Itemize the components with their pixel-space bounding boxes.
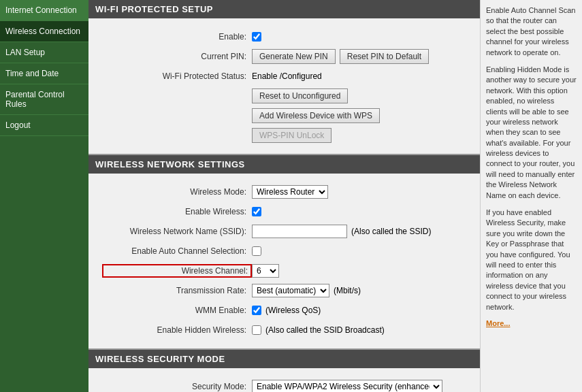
- auto-channel-row: Enable Auto Channel Selection:: [102, 243, 466, 259]
- enable-wireless-checkbox[interactable]: [252, 207, 261, 216]
- tx-rate-note: (Mbit/s): [334, 286, 361, 295]
- sidebar-item-wireless-connection[interactable]: Wireless Connection: [0, 21, 88, 42]
- generate-pin-button[interactable]: Generate New PIN: [252, 49, 336, 64]
- wireless-network-section: WIRELESS NETWORK SETTINGS Wireless Mode:…: [88, 155, 480, 350]
- wps-pin-row: WPS-PIN UnLock: [102, 127, 466, 144]
- channel-row: Wireless Channel: 12345 67891011: [102, 263, 466, 279]
- ssid-note: (Also called the SSID): [351, 227, 431, 236]
- tx-rate-select[interactable]: Best (automatic) 125.511 691218 24364854: [252, 284, 329, 297]
- enable-row: Enable:: [102, 29, 466, 45]
- reset-pin-button[interactable]: Reset PIN to Default: [340, 49, 429, 64]
- main-content: WI-FI PROTECTED SETUP Enable: Current PI…: [88, 0, 480, 392]
- sidebar-item-parental-control-rules[interactable]: Parental Control Rules: [0, 84, 88, 115]
- sidebar-item-internet-connection[interactable]: Internet Connection: [0, 0, 88, 21]
- reset-unconfigured-row: Reset to Unconfigured: [102, 88, 466, 104]
- wmm-checkbox[interactable]: [252, 306, 261, 315]
- wireless-network-body: Wireless Mode: Wireless Router Access Po…: [88, 174, 480, 350]
- hidden-wireless-row: Enable Hidden Wireless: (Also called the…: [102, 322, 466, 338]
- hidden-wireless-checkbox[interactable]: [252, 325, 261, 335]
- sidebar: Internet Connection Wireless Connection …: [0, 0, 88, 392]
- enable-checkbox[interactable]: [252, 32, 261, 42]
- security-mode-label: Security Mode:: [102, 382, 252, 391]
- more-link[interactable]: More...: [486, 319, 510, 327]
- auto-channel-label: Enable Auto Channel Selection:: [102, 246, 252, 256]
- right-panel-text1: Enable Auto Channel Scan so that the rou…: [486, 5, 577, 58]
- hidden-wireless-label: Enable Hidden Wireless:: [102, 325, 252, 335]
- add-wireless-device-button[interactable]: Add Wireless Device with WPS: [252, 108, 380, 123]
- current-pin-label: Current PIN:: [102, 52, 252, 61]
- ssid-input[interactable]: [252, 225, 347, 238]
- enable-wireless-row: Enable Wireless:: [102, 203, 466, 220]
- security-mode-row: Security Mode: None Enable WEP Wireless …: [102, 378, 466, 392]
- enable-wireless-label: Enable Wireless:: [102, 207, 252, 216]
- wireless-mode-select[interactable]: Wireless Router Access Point Repeater: [252, 185, 328, 199]
- channel-select[interactable]: 12345 67891011: [252, 264, 279, 278]
- wireless-security-body: Security Mode: None Enable WEP Wireless …: [88, 368, 480, 392]
- wireless-mode-label: Wireless Mode:: [102, 187, 252, 197]
- security-mode-select[interactable]: None Enable WEP Wireless Security (basic…: [252, 380, 442, 392]
- ssid-row: Wireless Network Name (SSID): (Also call…: [102, 223, 466, 240]
- add-device-row: Add Wireless Device with WPS: [102, 108, 466, 124]
- wireless-network-header: WIRELESS NETWORK SETTINGS: [88, 155, 480, 174]
- wifi-protected-body: Enable: Current PIN: Generate New PIN Re…: [88, 18, 480, 155]
- enable-label: Enable:: [102, 32, 252, 42]
- right-panel-text3: If you have enabled Wireless Security, m…: [486, 208, 577, 312]
- right-panel-text2: Enabling Hidden Mode is another way to s…: [486, 65, 577, 201]
- hidden-wireless-note: (Also called the SSID Broadcast): [265, 325, 385, 335]
- sidebar-item-time-and-date[interactable]: Time and Date: [0, 63, 88, 84]
- right-panel: Enable Auto Channel Scan so that the rou…: [480, 0, 582, 392]
- wireless-mode-row: Wireless Mode: Wireless Router Access Po…: [102, 184, 466, 200]
- channel-label: Wireless Channel:: [102, 264, 252, 278]
- wps-status-label: Wi-Fi Protected Status:: [102, 71, 252, 81]
- wmm-label: WMM Enable:: [102, 306, 252, 315]
- wmm-row: WMM Enable: (Wireless QoS): [102, 302, 466, 318]
- wireless-security-header: WIRELESS SECURITY MODE: [88, 350, 480, 368]
- sidebar-item-logout[interactable]: Logout: [0, 115, 88, 136]
- wmm-note: (Wireless QoS): [265, 306, 321, 315]
- reset-unconfigured-button[interactable]: Reset to Unconfigured: [252, 88, 348, 103]
- current-pin-value: Generate New PIN Reset PIN to Default: [252, 49, 429, 64]
- wps-status-value: Enable /Configured: [252, 71, 322, 81]
- wps-pin-unlock-button[interactable]: WPS-PIN UnLock: [252, 128, 332, 143]
- enable-value: [252, 32, 261, 42]
- auto-channel-checkbox[interactable]: [252, 246, 261, 256]
- wps-status-row: Wi-Fi Protected Status: Enable /Configur…: [102, 68, 466, 84]
- sidebar-item-lan-setup[interactable]: LAN Setup: [0, 42, 88, 63]
- tx-rate-row: Transmission Rate: Best (automatic) 125.…: [102, 282, 466, 299]
- wireless-security-section: WIRELESS SECURITY MODE Security Mode: No…: [88, 350, 480, 392]
- wifi-protected-header: WI-FI PROTECTED SETUP: [88, 0, 480, 18]
- tx-rate-label: Transmission Rate:: [102, 286, 252, 295]
- ssid-label: Wireless Network Name (SSID):: [102, 227, 252, 236]
- wifi-protected-section: WI-FI PROTECTED SETUP Enable: Current PI…: [88, 0, 480, 155]
- current-pin-row: Current PIN: Generate New PIN Reset PIN …: [102, 48, 466, 65]
